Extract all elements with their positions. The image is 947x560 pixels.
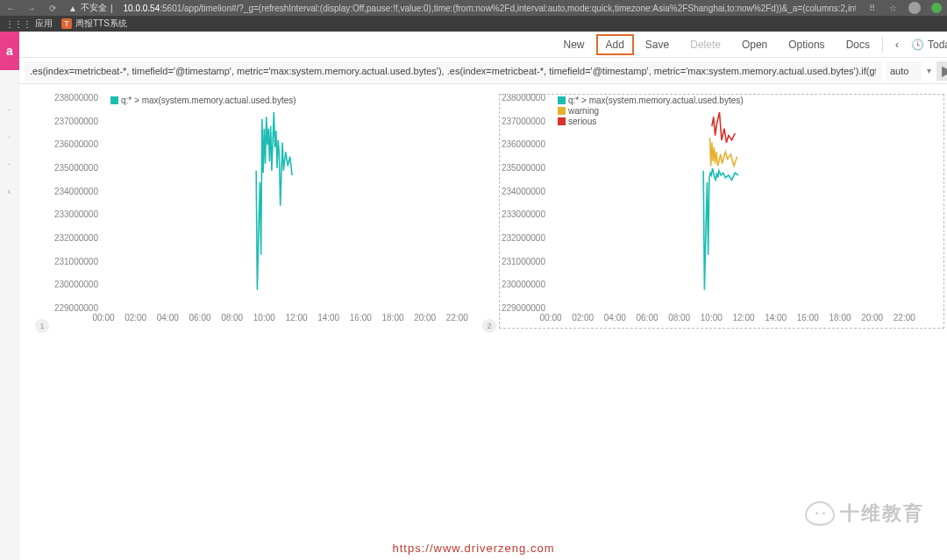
svg-text:12:00: 12:00 xyxy=(285,313,307,323)
svg-text:238000000: 238000000 xyxy=(502,93,545,103)
watermark-text: 十维教育 xyxy=(840,500,924,527)
svg-text:233000000: 233000000 xyxy=(54,209,98,219)
sidebar-icon-3[interactable]: · xyxy=(8,159,11,169)
svg-text:234000000: 234000000 xyxy=(54,187,98,196)
svg-text:06:00: 06:00 xyxy=(636,313,658,323)
bookmark-tts-label: 周报TTS系统 xyxy=(75,18,127,30)
svg-text:16:00: 16:00 xyxy=(350,313,372,323)
svg-text:10:00: 10:00 xyxy=(253,313,275,323)
svg-text:04:00: 04:00 xyxy=(604,313,626,323)
insecure-label: 不安全 xyxy=(81,2,107,14)
docs-button[interactable]: Docs xyxy=(837,35,879,54)
watermark: 十维教育 xyxy=(805,500,924,527)
svg-text:14:00: 14:00 xyxy=(765,313,787,323)
svg-text:00:00: 00:00 xyxy=(92,313,114,323)
url-text[interactable]: 10.0.0.54:5601/app/timelion#/?_g=(refres… xyxy=(124,4,856,13)
svg-text:16:00: 16:00 xyxy=(797,313,819,323)
svg-text:02:00: 02:00 xyxy=(125,313,146,323)
footer-link[interactable]: https://www.driverzeng.com xyxy=(0,542,947,555)
time-prev-button[interactable]: ‹ xyxy=(886,35,908,54)
apps-label: 应用 xyxy=(35,18,53,30)
chart-2: 2290000002300000002310000002320000002330… xyxy=(498,93,945,330)
timepicker-label: Today xyxy=(928,39,947,51)
timelion-topbar: New Add Save Delete Open Options Docs ‹ … xyxy=(19,32,947,58)
svg-rect-46 xyxy=(558,96,566,104)
kibana-sidebar: a · · · ‹ xyxy=(0,32,19,560)
add-button[interactable]: Add xyxy=(597,35,633,54)
svg-text:q:* > max(system.memory.actual: q:* > max(system.memory.actual.used.byte… xyxy=(568,96,744,105)
svg-text:237000000: 237000000 xyxy=(54,117,98,126)
cell-index-badge: 1 xyxy=(35,319,49,333)
url-rest: :5601/app/timelion#/?_g=(refreshInterval… xyxy=(160,4,856,13)
delete-button: Delete xyxy=(681,35,730,54)
svg-text:warning: warning xyxy=(567,106,599,116)
user-avatar-icon[interactable] xyxy=(908,2,921,14)
apps-grid-icon: ⋮⋮⋮ xyxy=(5,19,32,29)
apps-button[interactable]: ⋮⋮⋮ 应用 xyxy=(5,18,53,30)
svg-text:235000000: 235000000 xyxy=(54,163,98,173)
chart-cell-2[interactable]: 2 22900000023000000023100000023200000023… xyxy=(498,93,945,330)
open-button[interactable]: Open xyxy=(733,35,776,54)
svg-text:238000000: 238000000 xyxy=(54,93,98,103)
svg-text:237000000: 237000000 xyxy=(502,117,545,126)
reload-icon[interactable]: ⟳ xyxy=(47,4,58,13)
bookmark-tts[interactable]: T 周报TTS系统 xyxy=(61,18,127,30)
browser-menu-icon[interactable] xyxy=(931,3,942,13)
svg-text:18:00: 18:00 xyxy=(829,313,851,323)
svg-text:232000000: 232000000 xyxy=(54,233,98,243)
svg-text:236000000: 236000000 xyxy=(54,139,98,149)
svg-text:229000000: 229000000 xyxy=(54,303,98,313)
chart-cell-1[interactable]: 1 22900000023000000023100000023200000023… xyxy=(51,93,498,330)
topbar-divider xyxy=(882,37,883,53)
svg-text:231000000: 231000000 xyxy=(54,257,98,266)
svg-rect-50 xyxy=(558,117,566,125)
expression-input[interactable] xyxy=(25,61,881,81)
svg-rect-22 xyxy=(110,96,118,104)
clock-icon: 🕓 xyxy=(911,39,924,51)
star-icon[interactable]: ☆ xyxy=(887,4,898,13)
forward-icon[interactable]: → xyxy=(26,4,37,13)
svg-text:20:00: 20:00 xyxy=(414,313,436,323)
svg-text:236000000: 236000000 xyxy=(502,139,545,149)
kibana-logo-icon[interactable]: a xyxy=(0,32,19,70)
svg-text:232000000: 232000000 xyxy=(502,233,545,243)
sidebar-icon-4[interactable]: ‹ xyxy=(8,187,11,196)
svg-text:229000000: 229000000 xyxy=(502,303,545,313)
sidebar-icon-2[interactable]: · xyxy=(8,132,11,142)
url-host: 10.0.0.54 xyxy=(124,4,160,13)
watermark-icon xyxy=(805,501,835,526)
separator: | xyxy=(110,4,113,13)
run-button[interactable]: ▶ xyxy=(936,61,947,81)
svg-text:231000000: 231000000 xyxy=(502,257,545,266)
svg-text:234000000: 234000000 xyxy=(502,187,545,196)
save-button[interactable]: Save xyxy=(637,35,678,54)
security-indicator[interactable]: ▲ 不安全 | xyxy=(68,2,113,14)
expression-bar: ▾ ▶ xyxy=(19,58,947,84)
svg-text:230000000: 230000000 xyxy=(54,280,98,289)
timepicker-button[interactable]: 🕓 Today xyxy=(911,39,947,51)
back-icon[interactable]: ← xyxy=(5,4,16,13)
options-button[interactable]: Options xyxy=(780,35,833,54)
interval-caret-icon[interactable]: ▾ xyxy=(927,66,931,75)
svg-text:20:00: 20:00 xyxy=(861,313,883,323)
svg-text:02:00: 02:00 xyxy=(572,313,594,323)
play-icon: ▶ xyxy=(942,62,947,79)
svg-text:04:00: 04:00 xyxy=(157,313,179,323)
interval-select[interactable] xyxy=(886,61,922,81)
svg-text:00:00: 00:00 xyxy=(539,313,561,323)
new-button[interactable]: New xyxy=(554,35,593,54)
browser-address-bar: ← → ⟳ ▲ 不安全 | 10.0.0.54:5601/app/timelio… xyxy=(0,0,947,16)
svg-text:12:00: 12:00 xyxy=(732,313,754,323)
charts-row: 1 22900000023000000023100000023200000023… xyxy=(19,84,947,330)
svg-text:q:* > max(system.memory.actual: q:* > max(system.memory.actual.used.byte… xyxy=(121,96,296,105)
svg-text:230000000: 230000000 xyxy=(502,280,545,289)
svg-text:08:00: 08:00 xyxy=(221,313,243,323)
svg-text:233000000: 233000000 xyxy=(502,209,545,219)
svg-text:22:00: 22:00 xyxy=(894,313,915,323)
translate-icon[interactable]: ⠿ xyxy=(866,4,877,13)
svg-text:18:00: 18:00 xyxy=(381,313,403,323)
svg-text:06:00: 06:00 xyxy=(189,313,210,323)
sidebar-icon-1[interactable]: · xyxy=(8,105,11,115)
bookmark-tts-icon: T xyxy=(61,18,72,29)
svg-text:22:00: 22:00 xyxy=(446,313,468,323)
